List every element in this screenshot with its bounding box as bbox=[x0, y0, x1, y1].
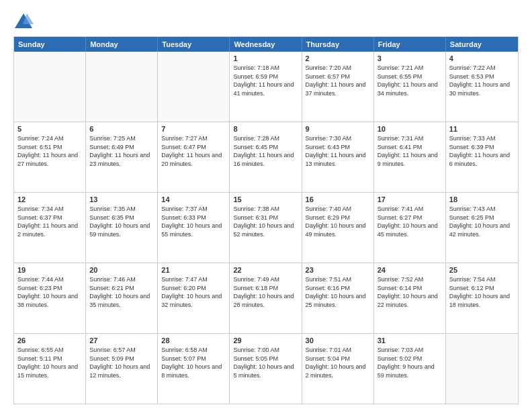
day-info: Sunrise: 7:34 AMSunset: 6:37 PMDaylight:… bbox=[17, 205, 82, 238]
calendar-header-row: SundayMondayTuesdayWednesdayThursdayFrid… bbox=[14, 37, 518, 52]
calendar-cell: 3Sunrise: 7:21 AMSunset: 6:55 PMDaylight… bbox=[374, 52, 446, 122]
day-number: 8 bbox=[233, 125, 298, 133]
day-info: Sunrise: 7:01 AMSunset: 5:04 PMDaylight:… bbox=[306, 346, 370, 379]
day-number: 19 bbox=[17, 266, 82, 274]
calendar-cell: 20Sunrise: 7:46 AMSunset: 6:21 PMDayligh… bbox=[86, 263, 158, 333]
day-number: 28 bbox=[161, 336, 226, 345]
calendar-cell: 30Sunrise: 7:01 AMSunset: 5:04 PMDayligh… bbox=[302, 334, 374, 404]
calendar-cell: 11Sunrise: 7:33 AMSunset: 6:39 PMDayligh… bbox=[446, 122, 518, 192]
day-info: Sunrise: 7:43 AMSunset: 6:25 PMDaylight:… bbox=[449, 205, 515, 238]
day-info: Sunrise: 7:24 AMSunset: 6:51 PMDaylight:… bbox=[17, 134, 82, 168]
calendar-cell: 6Sunrise: 7:25 AMSunset: 6:49 PMDaylight… bbox=[86, 122, 158, 192]
calendar-cell: 15Sunrise: 7:38 AMSunset: 6:31 PMDayligh… bbox=[230, 193, 302, 263]
day-number: 20 bbox=[89, 266, 154, 274]
calendar-cell: 8Sunrise: 7:28 AMSunset: 6:45 PMDaylight… bbox=[230, 122, 302, 192]
calendar-cell: 5Sunrise: 7:24 AMSunset: 6:51 PMDaylight… bbox=[14, 122, 86, 192]
calendar-cell: 10Sunrise: 7:31 AMSunset: 6:41 PMDayligh… bbox=[374, 122, 446, 192]
day-info: Sunrise: 7:18 AMSunset: 6:59 PMDaylight:… bbox=[233, 64, 298, 97]
day-number: 25 bbox=[449, 266, 515, 274]
calendar-cell: 4Sunrise: 7:22 AMSunset: 6:53 PMDaylight… bbox=[446, 52, 518, 122]
calendar-cell: 27Sunrise: 6:57 AMSunset: 5:09 PMDayligh… bbox=[86, 334, 158, 404]
day-number: 24 bbox=[378, 266, 442, 274]
calendar-cell: 23Sunrise: 7:51 AMSunset: 6:16 PMDayligh… bbox=[302, 263, 374, 333]
day-info: Sunrise: 6:58 AMSunset: 5:07 PMDaylight:… bbox=[161, 346, 226, 379]
cal-header-cell: Thursday bbox=[302, 37, 374, 52]
calendar-cell: 18Sunrise: 7:43 AMSunset: 6:25 PMDayligh… bbox=[446, 193, 518, 263]
day-number: 9 bbox=[306, 125, 370, 133]
calendar-cell: 2Sunrise: 7:20 AMSunset: 6:57 PMDaylight… bbox=[302, 52, 374, 122]
day-number: 27 bbox=[89, 336, 154, 345]
cal-header-cell: Sunday bbox=[14, 37, 86, 52]
calendar-cell: 29Sunrise: 7:00 AMSunset: 5:05 PMDayligh… bbox=[230, 334, 302, 404]
day-info: Sunrise: 7:28 AMSunset: 6:45 PMDaylight:… bbox=[233, 134, 298, 168]
day-number: 7 bbox=[161, 125, 226, 133]
day-info: Sunrise: 7:37 AMSunset: 6:33 PMDaylight:… bbox=[161, 205, 226, 238]
day-info: Sunrise: 7:22 AMSunset: 6:53 PMDaylight:… bbox=[449, 64, 515, 97]
page: SundayMondayTuesdayWednesdayThursdayFrid… bbox=[0, 0, 532, 411]
cal-header-cell: Tuesday bbox=[158, 37, 230, 52]
day-info: Sunrise: 6:57 AMSunset: 5:09 PMDaylight:… bbox=[89, 346, 154, 379]
day-info: Sunrise: 7:27 AMSunset: 6:47 PMDaylight:… bbox=[161, 134, 226, 168]
day-number: 6 bbox=[89, 125, 154, 133]
calendar-cell: 28Sunrise: 6:58 AMSunset: 5:07 PMDayligh… bbox=[158, 334, 230, 404]
calendar-cell bbox=[86, 52, 158, 122]
day-info: Sunrise: 7:00 AMSunset: 5:05 PMDaylight:… bbox=[233, 346, 298, 379]
calendar-cell: 21Sunrise: 7:47 AMSunset: 6:20 PMDayligh… bbox=[158, 263, 230, 333]
calendar-cell: 17Sunrise: 7:41 AMSunset: 6:27 PMDayligh… bbox=[374, 193, 446, 263]
calendar-cell: 26Sunrise: 6:55 AMSunset: 5:11 PMDayligh… bbox=[14, 334, 86, 404]
calendar-cell bbox=[446, 334, 518, 404]
header bbox=[13, 11, 519, 31]
day-info: Sunrise: 7:20 AMSunset: 6:57 PMDaylight:… bbox=[306, 64, 370, 97]
calendar-cell: 31Sunrise: 7:03 AMSunset: 5:02 PMDayligh… bbox=[374, 334, 446, 404]
day-info: Sunrise: 7:52 AMSunset: 6:14 PMDaylight:… bbox=[378, 275, 442, 309]
day-info: Sunrise: 7:49 AMSunset: 6:18 PMDaylight:… bbox=[233, 275, 298, 309]
calendar-cell: 1Sunrise: 7:18 AMSunset: 6:59 PMDaylight… bbox=[230, 52, 302, 122]
calendar: SundayMondayTuesdayWednesdayThursdayFrid… bbox=[13, 36, 519, 404]
calendar-row: 1Sunrise: 7:18 AMSunset: 6:59 PMDaylight… bbox=[14, 52, 518, 122]
day-info: Sunrise: 7:35 AMSunset: 6:35 PMDaylight:… bbox=[89, 205, 154, 238]
day-number: 15 bbox=[233, 195, 298, 203]
calendar-cell bbox=[158, 52, 230, 122]
day-info: Sunrise: 7:25 AMSunset: 6:49 PMDaylight:… bbox=[89, 134, 154, 168]
logo-icon bbox=[13, 11, 34, 31]
day-info: Sunrise: 7:30 AMSunset: 6:43 PMDaylight:… bbox=[306, 134, 370, 168]
day-number: 12 bbox=[17, 195, 82, 203]
day-number: 13 bbox=[89, 195, 154, 203]
day-info: Sunrise: 7:31 AMSunset: 6:41 PMDaylight:… bbox=[378, 134, 442, 168]
calendar-row: 5Sunrise: 7:24 AMSunset: 6:51 PMDaylight… bbox=[14, 122, 518, 192]
day-number: 16 bbox=[306, 195, 370, 203]
day-info: Sunrise: 7:46 AMSunset: 6:21 PMDaylight:… bbox=[89, 275, 154, 309]
day-number: 23 bbox=[306, 266, 370, 274]
cal-header-cell: Friday bbox=[374, 37, 446, 52]
day-info: Sunrise: 7:41 AMSunset: 6:27 PMDaylight:… bbox=[378, 205, 442, 238]
calendar-cell: 19Sunrise: 7:44 AMSunset: 6:23 PMDayligh… bbox=[14, 263, 86, 333]
calendar-body: 1Sunrise: 7:18 AMSunset: 6:59 PMDaylight… bbox=[14, 52, 518, 404]
day-info: Sunrise: 7:38 AMSunset: 6:31 PMDaylight:… bbox=[233, 205, 298, 238]
calendar-cell: 22Sunrise: 7:49 AMSunset: 6:18 PMDayligh… bbox=[230, 263, 302, 333]
day-number: 5 bbox=[17, 125, 82, 133]
day-number: 2 bbox=[306, 54, 370, 62]
calendar-cell: 16Sunrise: 7:40 AMSunset: 6:29 PMDayligh… bbox=[302, 193, 374, 263]
day-info: Sunrise: 7:03 AMSunset: 5:02 PMDaylight:… bbox=[378, 346, 442, 379]
day-number: 10 bbox=[378, 125, 442, 133]
cal-header-cell: Saturday bbox=[446, 37, 518, 52]
day-number: 26 bbox=[17, 336, 82, 345]
day-info: Sunrise: 7:33 AMSunset: 6:39 PMDaylight:… bbox=[449, 134, 515, 168]
calendar-row: 26Sunrise: 6:55 AMSunset: 5:11 PMDayligh… bbox=[14, 333, 518, 404]
day-info: Sunrise: 7:40 AMSunset: 6:29 PMDaylight:… bbox=[306, 205, 370, 238]
cal-header-cell: Wednesday bbox=[230, 37, 302, 52]
day-info: Sunrise: 7:44 AMSunset: 6:23 PMDaylight:… bbox=[17, 275, 82, 309]
calendar-cell: 12Sunrise: 7:34 AMSunset: 6:37 PMDayligh… bbox=[14, 193, 86, 263]
calendar-cell: 7Sunrise: 7:27 AMSunset: 6:47 PMDaylight… bbox=[158, 122, 230, 192]
day-number: 11 bbox=[449, 125, 515, 133]
calendar-row: 12Sunrise: 7:34 AMSunset: 6:37 PMDayligh… bbox=[14, 192, 518, 263]
day-number: 18 bbox=[449, 195, 515, 203]
calendar-cell: 9Sunrise: 7:30 AMSunset: 6:43 PMDaylight… bbox=[302, 122, 374, 192]
day-info: Sunrise: 7:54 AMSunset: 6:12 PMDaylight:… bbox=[449, 275, 515, 309]
day-info: Sunrise: 6:55 AMSunset: 5:11 PMDaylight:… bbox=[17, 346, 82, 379]
day-number: 21 bbox=[161, 266, 226, 274]
day-number: 29 bbox=[233, 336, 298, 345]
calendar-cell: 25Sunrise: 7:54 AMSunset: 6:12 PMDayligh… bbox=[446, 263, 518, 333]
day-number: 31 bbox=[378, 336, 442, 345]
calendar-cell: 24Sunrise: 7:52 AMSunset: 6:14 PMDayligh… bbox=[374, 263, 446, 333]
